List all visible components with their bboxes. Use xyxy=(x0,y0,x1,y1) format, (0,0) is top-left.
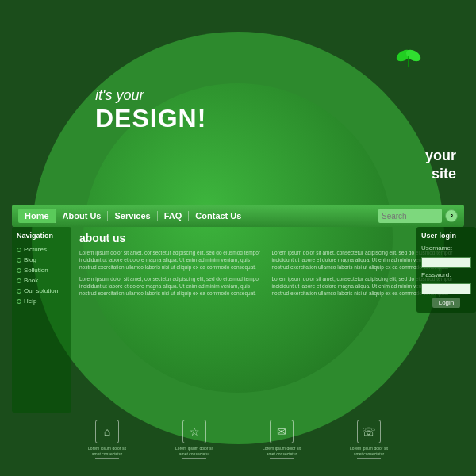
nav-item-home[interactable]: Home xyxy=(18,209,56,223)
main-content: Navigation Pictures Blog Sollution Book … xyxy=(12,227,464,413)
user-login-panel: User login Username: Password: Login xyxy=(416,227,476,313)
sidebar-item-help[interactable]: Help xyxy=(17,296,67,306)
content-paragraph-3: Lorem ipsum dolor sit amet, consectetur … xyxy=(79,275,267,297)
footer-icons: ⌂ Lorem ipsum dolor sit amet consectetur… xyxy=(63,420,413,460)
sidebar-item-our-solution[interactable]: Our solution xyxy=(17,286,67,296)
nav-item-about[interactable]: About Us xyxy=(56,211,109,221)
footer-item-phone: ☏ Lorem ipsum dolor sit amet consectetur xyxy=(345,420,393,460)
nav-items: Home About Us Services FAQ Contact Us xyxy=(18,209,378,223)
footer-divider xyxy=(357,458,381,459)
footer-item-mail: ✉ Lorem ipsum dolor sit amet consectetur xyxy=(258,420,305,460)
nav-item-services[interactable]: Services xyxy=(108,211,157,221)
footer-divider xyxy=(95,458,119,459)
footer-divider xyxy=(270,458,294,459)
bullet-icon xyxy=(17,268,21,273)
sidebar-title: Navigation xyxy=(17,232,67,240)
bullet-icon xyxy=(17,278,21,283)
sidebar-item-pictures[interactable]: Pictures xyxy=(17,244,67,255)
phone-icon: ☏ xyxy=(357,420,381,443)
nav-item-faq[interactable]: FAQ xyxy=(158,211,190,221)
footer-star-text: Lorem ipsum dolor sit amet consectetur xyxy=(171,446,218,456)
search-input[interactable] xyxy=(378,209,442,223)
login-button[interactable]: Login xyxy=(432,298,461,308)
sidebar-item-solution[interactable]: Sollution xyxy=(17,265,67,275)
bullet-icon xyxy=(17,299,21,304)
content-grid: Lorem ipsum dolor sit amet, consectetur … xyxy=(79,249,459,298)
username-label: Username: xyxy=(421,244,471,251)
search-button[interactable]: ⚬ xyxy=(445,209,458,222)
bullet-icon xyxy=(17,258,21,263)
password-label: Password: xyxy=(421,271,471,278)
content-area: about us Lorem ipsum dolor sit amet, con… xyxy=(75,227,464,413)
bullet-icon xyxy=(17,248,21,252)
navigation-bar: Home About Us Services FAQ Contact Us ⚬ xyxy=(12,205,464,227)
footer-item-star: ☆ Lorem ipsum dolor sit amet consectetur xyxy=(171,420,218,460)
design-text: DESIGN! xyxy=(95,104,206,133)
footer-phone-text: Lorem ipsum dolor sit amet consectetur xyxy=(345,446,393,456)
username-input[interactable] xyxy=(421,257,471,268)
content-paragraph-1: Lorem ipsum dolor sit amet, consectetur … xyxy=(79,249,267,271)
header-section: it's your DESIGN! xyxy=(95,87,206,133)
sidebar-item-blog[interactable]: Blog xyxy=(17,255,67,265)
sidebar: Navigation Pictures Blog Sollution Book … xyxy=(12,227,71,413)
home-icon: ⌂ xyxy=(95,420,119,443)
star-icon: ☆ xyxy=(182,420,206,443)
footer-item-home: ⌂ Lorem ipsum dolor sit amet consectetur xyxy=(83,420,131,460)
your-site-text: your site xyxy=(425,147,456,184)
nav-search: ⚬ xyxy=(378,209,458,223)
leaf-icon xyxy=(393,40,424,75)
footer-divider xyxy=(182,458,206,459)
content-title: about us xyxy=(79,232,459,244)
its-your-text: it's your xyxy=(95,87,206,104)
mail-icon: ✉ xyxy=(270,420,294,443)
bullet-icon xyxy=(17,289,21,294)
sidebar-item-book[interactable]: Book xyxy=(17,275,67,286)
password-input[interactable] xyxy=(421,283,471,294)
footer-home-text: Lorem ipsum dolor sit amet consectetur xyxy=(83,446,131,456)
nav-item-contact[interactable]: Contact Us xyxy=(189,211,248,221)
footer-mail-text: Lorem ipsum dolor sit amet consectetur xyxy=(258,446,305,456)
login-title: User login xyxy=(421,232,471,240)
